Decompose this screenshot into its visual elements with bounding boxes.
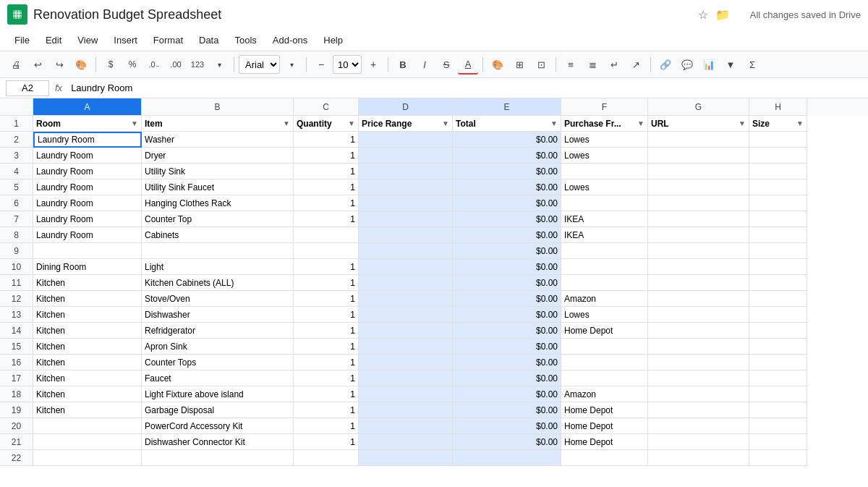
cell-item[interactable]: PowerCord Accessory Kit: [142, 418, 294, 434]
cell-from[interactable]: Home Depot: [561, 434, 648, 450]
redo-btn[interactable]: ↪: [49, 54, 69, 75]
align-center-btn[interactable]: ≣: [582, 54, 603, 75]
cell-price[interactable]: [359, 243, 453, 259]
cell-price[interactable]: [359, 450, 453, 466]
cell-size[interactable]: [749, 434, 807, 450]
cell-item[interactable]: Stove/Oven: [142, 291, 294, 307]
format-num-dropdown[interactable]: ▾: [209, 54, 229, 75]
cell-url[interactable]: [648, 243, 749, 259]
cell-from[interactable]: Home Depot: [561, 323, 648, 339]
cell-item[interactable]: Dishwasher: [142, 307, 294, 323]
row-num-4[interactable]: 4: [0, 164, 33, 179]
cell-from[interactable]: Amazon: [561, 291, 648, 307]
cell-f1[interactable]: Purchase Fr... ▼: [561, 116, 648, 132]
cell-e1[interactable]: Total ▼: [453, 116, 561, 132]
merge-btn[interactable]: ⊡: [531, 54, 551, 75]
menu-insert[interactable]: Insert: [106, 32, 145, 48]
row-num-7[interactable]: 7: [0, 211, 33, 227]
cell-total[interactable]: $0.00: [453, 195, 561, 211]
cell-total[interactable]: $0.00: [453, 370, 561, 386]
cell-url[interactable]: [648, 275, 749, 291]
row-num-3[interactable]: 3: [0, 148, 33, 164]
cell-price[interactable]: [359, 148, 453, 164]
cell-url[interactable]: [648, 323, 749, 339]
cell-url[interactable]: [648, 355, 749, 370]
cell-qty[interactable]: 1: [294, 148, 359, 164]
filter-icon-h[interactable]: ▼: [796, 119, 804, 127]
cell-room[interactable]: Laundry Room: [33, 195, 142, 211]
cell-room[interactable]: Laundry Room: [33, 148, 142, 164]
cell-size[interactable]: [749, 339, 807, 355]
menu-tools[interactable]: Tools: [227, 32, 263, 48]
cell-qty[interactable]: 1: [294, 355, 359, 370]
cell-qty[interactable]: [294, 227, 359, 243]
cell-url[interactable]: [648, 179, 749, 195]
cell-qty[interactable]: 1: [294, 370, 359, 386]
cell-item[interactable]: Dishwasher Connector Kit: [142, 434, 294, 450]
cell-size[interactable]: [749, 195, 807, 211]
cell-total[interactable]: $0.00: [453, 164, 561, 179]
print-btn[interactable]: 🖨: [6, 54, 26, 75]
col-header-d[interactable]: D: [359, 98, 453, 116]
cell-room[interactable]: Kitchen: [33, 307, 142, 323]
format-num-btn[interactable]: 123: [187, 54, 208, 75]
cell-qty[interactable]: 1: [294, 291, 359, 307]
filter-icon-a[interactable]: ▼: [131, 119, 138, 127]
cell-price[interactable]: [359, 195, 453, 211]
cell-room[interactable]: Dining Room: [33, 259, 142, 275]
cell-item[interactable]: Cabinets: [142, 227, 294, 243]
fill-color-btn[interactable]: 🎨: [488, 54, 508, 75]
cell-item[interactable]: Dryer: [142, 148, 294, 164]
cell-url[interactable]: [648, 195, 749, 211]
cell-qty[interactable]: 1: [294, 402, 359, 418]
cell-total[interactable]: $0.00: [453, 291, 561, 307]
cell-price[interactable]: [359, 179, 453, 195]
cell-item[interactable]: Apron Sink: [142, 339, 294, 355]
cell-url[interactable]: [648, 418, 749, 434]
cell-size[interactable]: [749, 450, 807, 466]
cell-from[interactable]: Lowes: [561, 179, 648, 195]
filter-icon-d[interactable]: ▼: [442, 119, 449, 127]
cell-item[interactable]: Light: [142, 259, 294, 275]
cell-qty[interactable]: 1: [294, 179, 359, 195]
row-num-19[interactable]: 19: [0, 402, 33, 418]
cell-from[interactable]: Lowes: [561, 148, 648, 164]
cell-room[interactable]: Laundry Room: [33, 179, 142, 195]
cell-item[interactable]: Refridgerator: [142, 323, 294, 339]
cell-from[interactable]: [561, 164, 648, 179]
cell-size[interactable]: [749, 323, 807, 339]
menu-addons[interactable]: Add-ons: [265, 32, 315, 48]
cell-from[interactable]: Home Depot: [561, 418, 648, 434]
cell-total[interactable]: $0.00: [453, 275, 561, 291]
col-header-b[interactable]: B: [142, 98, 294, 116]
paint-format-btn[interactable]: 🎨: [71, 54, 91, 75]
row-num-14[interactable]: 14: [0, 323, 33, 339]
row-num-17[interactable]: 17: [0, 370, 33, 386]
cell-qty[interactable]: 1: [294, 132, 359, 148]
cell-url[interactable]: [648, 434, 749, 450]
currency-btn[interactable]: $: [101, 54, 121, 75]
cell-total[interactable]: $0.00: [453, 227, 561, 243]
menu-view[interactable]: View: [70, 32, 105, 48]
cell-from[interactable]: [561, 339, 648, 355]
cell-total[interactable]: $0.00: [453, 339, 561, 355]
cell-item[interactable]: Washer: [142, 132, 294, 148]
cell-url[interactable]: [648, 386, 749, 402]
cell-price[interactable]: [359, 211, 453, 227]
cell-url[interactable]: [648, 164, 749, 179]
strikethrough-btn[interactable]: S: [436, 54, 456, 75]
cell-price[interactable]: [359, 402, 453, 418]
bold-btn[interactable]: B: [393, 54, 413, 75]
menu-file[interactable]: File: [7, 32, 37, 48]
font-size-selector[interactable]: 1089111214: [333, 55, 362, 74]
cell-room[interactable]: Kitchen: [33, 402, 142, 418]
cell-item[interactable]: [142, 450, 294, 466]
wrap-btn[interactable]: ↵: [604, 54, 624, 75]
cell-item[interactable]: Garbage Disposal: [142, 402, 294, 418]
cell-total[interactable]: $0.00: [453, 418, 561, 434]
cell-room[interactable]: Kitchen: [33, 275, 142, 291]
cell-item[interactable]: Hanging Clothes Rack: [142, 195, 294, 211]
formula-input[interactable]: [68, 80, 862, 96]
cell-url[interactable]: [648, 259, 749, 275]
filter-icon-f[interactable]: ▼: [637, 119, 644, 127]
